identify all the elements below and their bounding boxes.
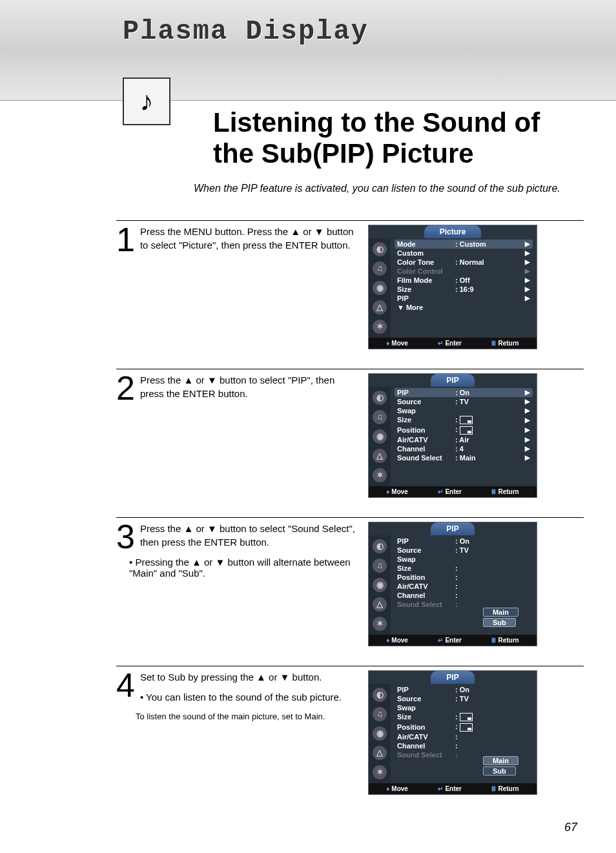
chevron-right-icon: ▶ — [525, 407, 530, 414]
osd-item-value: : TV — [455, 546, 530, 554]
osd-menu-item[interactable]: Size : — [395, 712, 533, 723]
osd-menu-item[interactable]: Source : TV — [395, 694, 533, 703]
osd-title: PIP — [431, 671, 474, 684]
step-instruction: Set to Sub by pressing the ▲ or ▼ button… — [116, 670, 355, 684]
step-bullet: • You can listen to the sound of the sub… — [129, 692, 355, 703]
osd-item-label: Size — [397, 285, 455, 293]
chevron-right-icon: ▶ — [525, 426, 530, 433]
osd-item-label: Color Tone — [397, 258, 455, 266]
osd-item-label: Mode — [397, 240, 455, 248]
chevron-right-icon: ▶ — [525, 398, 530, 405]
enter-icon: ↵ — [438, 785, 443, 792]
osd-item-value: : — [455, 426, 525, 435]
osd-menu-item[interactable]: Position : ▶ — [395, 425, 533, 435]
step-instruction: Press the MENU button. Press the ▲ or ▼ … — [116, 225, 355, 252]
osd-item-label: PIP — [397, 294, 455, 302]
chevron-right-icon: ▶ — [525, 294, 530, 302]
osd-popup-option[interactable]: Main — [483, 756, 518, 765]
osd-menu-item[interactable]: Size : ▶ — [395, 415, 533, 426]
osd-item-value: : Custom — [455, 240, 525, 248]
osd-screenshot: PIP ◐ ♫ ◉ △ ✶ PIP : On Source : TV Swap … — [368, 670, 537, 795]
chevron-right-icon: ▶ — [525, 454, 530, 461]
step-row: 2 Press the ▲ or ▼ button to select "PIP… — [116, 369, 584, 498]
intro-text: When the PIP feature is activated, you c… — [194, 183, 584, 194]
osd-menu-item[interactable]: Color Tone : Normal ▶ — [395, 258, 533, 267]
osd-menu-item[interactable]: Swap ▶ — [395, 406, 533, 415]
osd-popup: MainSub — [483, 755, 518, 776]
pip-rect-icon — [460, 723, 473, 732]
osd-popup-option[interactable]: Sub — [483, 766, 516, 776]
osd-item-label: Source — [397, 398, 455, 406]
osd-menu-item[interactable]: PIP : On — [395, 537, 533, 546]
step-bullet: • Pressing the ▲ or ▼ button will altern… — [129, 557, 355, 579]
sound-icon: ♫ — [373, 707, 387, 721]
osd-menu-item[interactable]: Source : TV — [395, 546, 533, 555]
osd-menu-item[interactable]: Mode : Custom ▶ — [395, 240, 533, 249]
osd-menu-item[interactable]: Swap — [395, 703, 533, 712]
osd-menu-item[interactable]: Air/CATV : — [395, 732, 533, 741]
osd-popup-option[interactable]: Sub — [483, 618, 516, 627]
osd-item-label: Film Mode — [397, 276, 455, 284]
function-icon: ✶ — [373, 765, 387, 779]
osd-item-label: Channel — [397, 445, 455, 453]
osd-menu-item[interactable]: Sound Select : Main ▶ — [395, 453, 533, 462]
pip-rect-icon — [460, 426, 473, 435]
osd-menu-item[interactable]: PIP : On ▶ — [395, 388, 533, 397]
osd-menu-item[interactable]: Position : — [395, 573, 533, 582]
osd-menu-item[interactable]: Size : 16:9 ▶ — [395, 285, 533, 294]
step-instruction: Press the ▲ or ▼ button to select "PIP",… — [116, 373, 355, 400]
sound-icon: ♫ — [373, 410, 387, 424]
osd-menu-item[interactable]: PIP : On — [395, 685, 533, 694]
move-icon: ♦ — [386, 785, 389, 792]
osd-menu-item[interactable]: Air/CATV : Air ▶ — [395, 435, 533, 444]
osd-item-label: Swap — [397, 407, 455, 415]
channel-icon: ◉ — [373, 429, 387, 444]
osd-menu-item[interactable]: Channel : 4 ▶ — [395, 444, 533, 453]
osd-item-label: Sound Select — [397, 454, 455, 462]
osd-menu-item[interactable]: ▼ More — [395, 303, 533, 312]
step-instruction: Press the ▲ or ▼ button to select "Sound… — [116, 522, 355, 549]
osd-list: PIP : On ▶ Source : TV ▶ Swap ▶ Size : ▶… — [391, 387, 537, 486]
step-number: 4 — [116, 670, 135, 701]
music-note-icon: ♪ — [123, 77, 170, 125]
enter-icon: ↵ — [438, 488, 443, 495]
osd-menu-item[interactable]: Channel : — [395, 741, 533, 750]
osd-item-label: Size — [397, 416, 455, 424]
osd-menu-item[interactable]: Air/CATV : — [395, 582, 533, 591]
osd-menu-item[interactable]: Channel : — [395, 591, 533, 600]
page-number: 67 — [32, 821, 577, 834]
osd-item-label: PIP — [397, 686, 455, 694]
function-icon: ✶ — [373, 320, 387, 334]
osd-menu-item[interactable]: Source : TV ▶ — [395, 397, 533, 406]
osd-menu-item[interactable]: PIP ▶ — [395, 294, 533, 303]
osd-item-value: : On — [455, 389, 525, 396]
osd-list: Mode : Custom ▶ Custom ▶ Color Tone : No… — [391, 238, 537, 338]
return-icon: Ⅲ — [491, 340, 496, 347]
picture-icon: ◐ — [373, 539, 387, 553]
osd-menu-item[interactable]: Swap — [395, 555, 533, 564]
osd-menu-item[interactable]: Custom ▶ — [395, 249, 533, 258]
move-icon: ♦ — [386, 637, 389, 644]
channel-icon: ◉ — [373, 281, 387, 295]
picture-icon: ◐ — [373, 242, 387, 256]
osd-item-value: : — [455, 742, 530, 750]
osd-item-label: ▼ More — [397, 303, 455, 311]
chevron-right-icon: ▶ — [525, 436, 530, 443]
osd-popup-option[interactable]: Main — [483, 608, 518, 617]
osd-menu-item[interactable]: Position : — [395, 722, 533, 732]
chevron-right-icon: ▶ — [525, 285, 530, 293]
chevron-right-icon: ▶ — [525, 416, 530, 424]
plasma-display-logo: Plasma Display — [123, 16, 590, 47]
osd-category-icons: ◐ ♫ ◉ △ ✶ — [369, 684, 391, 783]
osd-item-value: : On — [455, 537, 530, 545]
chevron-right-icon: ▶ — [525, 267, 530, 274]
osd-item-value: : — [455, 723, 530, 732]
osd-menu-item[interactable]: Color Control ▶ — [395, 267, 533, 276]
osd-menu-item[interactable]: Film Mode : Off ▶ — [395, 276, 533, 285]
step-note: To listen the sound of the main picture,… — [136, 712, 355, 721]
osd-item-label: Channel — [397, 742, 455, 750]
osd-item-label: Air/CATV — [397, 436, 455, 444]
osd-menu-item[interactable]: Size : — [395, 564, 533, 573]
move-icon: ♦ — [386, 340, 389, 347]
osd-item-label: Air/CATV — [397, 582, 455, 590]
